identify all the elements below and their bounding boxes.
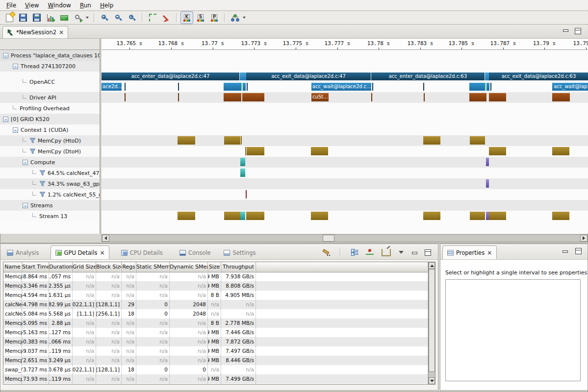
timeline-interval[interactable]	[178, 93, 179, 101]
gpu-table-row[interactable]: swap_63173.727 ms50.678 µs[1022,1,1][128…	[3, 365, 428, 374]
timeline-row-memcpy-htod[interactable]	[102, 135, 588, 146]
timeline-interval[interactable]	[246, 190, 247, 198]
tree-row-streams[interactable]: -Streams	[0, 200, 100, 211]
timeline-interval[interactable]	[423, 136, 440, 145]
timeline-row-openacc-wait[interactable]: ace2d....acc_wait@laplace2d.c...acc_wait…	[102, 82, 588, 92]
gpu-table-row[interactable]: Memcpy155.163 ms1.127 msn/an/an/an/an/a9…	[3, 328, 428, 337]
gpu-table-row[interactable]: Memcpy155.095 ms2.88 µsn/an/an/an/an/a8 …	[3, 318, 428, 328]
timeline-interval[interactable]	[241, 83, 242, 91]
timeline-row-openacc-data[interactable]: acc_enter_data@laplace2d.c:47acc_exit_da…	[102, 72, 588, 82]
collapse-icon[interactable]: -	[23, 160, 28, 165]
timeline-row-grid-k520[interactable]	[102, 114, 588, 124]
tree-row-stream-13[interactable]: Stream 13	[0, 211, 100, 221]
free-marker-button[interactable]	[146, 11, 159, 24]
collapse-icon[interactable]: -	[13, 64, 18, 69]
timeline-interval-acc-exit-data-laplace2d-c-63[interactable]: acc_exit_data@laplace2d.c:63	[489, 73, 588, 80]
timeline-interval[interactable]	[247, 83, 248, 91]
timeline-interval-ace2d-[interactable]: ace2d....	[102, 83, 122, 91]
timeline-row-kernel-swap63[interactable]	[102, 178, 588, 189]
properties-tab-close-icon[interactable]: ×	[487, 250, 492, 255]
tree-row-kernel-calcnext55[interactable]: 1.2% calcNext_55_g...	[0, 189, 100, 200]
maximize-panel-icon[interactable]	[425, 249, 431, 256]
tree-row-profiling-overhead[interactable]: Profiling Overhead	[0, 103, 100, 114]
session-tab-close-icon[interactable]: ×	[59, 30, 64, 35]
minimize-panel-icon[interactable]	[411, 250, 417, 255]
gpu-table-row[interactable]: Memcpy160.383 ms1.066 msn/an/an/an/an/a9…	[3, 337, 428, 346]
menu-view[interactable]: View	[21, 1, 43, 10]
timeline-row-streams[interactable]	[102, 200, 588, 211]
timeline-interval[interactable]	[486, 83, 489, 91]
unguided-analysis-dropdown[interactable]	[243, 17, 246, 19]
timeline-interval[interactable]	[552, 147, 569, 155]
timeline-interval[interactable]	[242, 93, 264, 101]
timeline-row-compute[interactable]	[102, 157, 588, 168]
scroll-down-button[interactable]	[429, 377, 435, 384]
maximize-properties-icon[interactable]	[575, 248, 582, 254]
timeline-row-thread[interactable]	[102, 61, 588, 72]
gpu-table-row[interactable]: Memcpy153.346 ms62.355 µsn/an/an/an/an/a…	[3, 281, 428, 291]
gpu-table-row[interactable]: Memcpy172.651 ms93.249 µsn/an/an/an/an/a…	[3, 356, 428, 365]
column-header-throughput[interactable]: Throughput	[221, 262, 256, 272]
tree-row-grid-k520[interactable]: -[0] GRID K520	[0, 114, 100, 124]
timeline-row-process[interactable]	[102, 50, 588, 61]
column-header-name[interactable]: Name	[3, 262, 22, 272]
timeline-interval[interactable]	[247, 147, 264, 155]
view-menu-icon[interactable]	[399, 251, 404, 254]
timeline-interval[interactable]	[224, 83, 241, 91]
timeline-row-context-1[interactable]	[102, 124, 588, 135]
menu-help[interactable]: Help	[96, 1, 118, 10]
timeline-interval[interactable]	[485, 83, 486, 91]
timeline-interval[interactable]	[178, 212, 195, 220]
timeline-interval[interactable]	[552, 212, 569, 220]
rename-session-button[interactable]	[58, 11, 71, 24]
timeline-interval[interactable]	[224, 93, 241, 101]
tree-row-memcpy-dtoh[interactable]: MemCpy (DtoH)	[0, 146, 100, 157]
timeline-ruler[interactable]: 13.765 s13.768 s13.77 s13.773 s13.775 s1…	[102, 39, 588, 50]
collapse-icon[interactable]: -	[3, 53, 8, 58]
gpu-table-header[interactable]: NameStart TimeDurationGrid SizeBlock Siz…	[3, 262, 428, 272]
menu-window[interactable]: Window	[44, 1, 76, 10]
color-by-stream-button[interactable]: S	[194, 11, 207, 24]
timeline-interval[interactable]	[245, 147, 246, 155]
scroll-right-button[interactable]	[580, 235, 588, 242]
timeline-scrollbar-thumb[interactable]	[323, 235, 334, 242]
session-tab[interactable]: *NewSession2 ×	[2, 26, 68, 38]
collapse-icon[interactable]: -	[23, 203, 28, 208]
segment-view-icon[interactable]	[351, 249, 358, 256]
column-header-dynamic-smem[interactable]: Dynamic SMem	[170, 262, 208, 272]
timeline-interval[interactable]	[469, 83, 485, 91]
tree-row-context-1[interactable]: -Context 1 (CUDA)	[0, 124, 100, 135]
tab-cpu-details[interactable]: CPU Details	[117, 246, 167, 259]
timeline-interval[interactable]	[243, 83, 246, 91]
column-header-static-smem[interactable]: Static SMem	[136, 262, 170, 272]
timeline-interval-acc-wait-lap[interactable]: acc_wait@lap	[552, 83, 588, 91]
timeline-interval[interactable]	[240, 169, 245, 177]
gpu-table-row[interactable]: calcNext155.084 ms5.568 µs[1,1,1][256,1,…	[3, 309, 428, 318]
maximize-icon[interactable]	[575, 28, 581, 34]
timeline-interval-acc-exit-data-laplace2d-c-47[interactable]: acc_exit_data@laplace2d.c:47	[246, 73, 371, 80]
zoom-in-button[interactable]: +	[98, 11, 111, 24]
timeline-row-profiling-overhead[interactable]	[102, 103, 588, 114]
column-header-start-time[interactable]: Start Time	[22, 262, 49, 272]
timeline-interval[interactable]	[246, 212, 264, 220]
column-header-regs[interactable]: Regs	[122, 262, 136, 272]
column-header-duration[interactable]: Duration	[49, 262, 73, 272]
timeline-interval[interactable]	[224, 212, 240, 220]
timeline-interval[interactable]	[224, 136, 240, 145]
tree-row-kernel-swap63[interactable]: 34.3% swap_63_gpu	[0, 178, 100, 189]
timeline-interval[interactable]	[240, 158, 245, 166]
timeline-interval[interactable]	[424, 93, 425, 101]
source-zoom-button[interactable]	[72, 11, 84, 24]
zoom-fit-button[interactable]: ±	[126, 11, 138, 24]
gpu-table-row[interactable]: Memcpy179.163 ms1.073 msn/an/an/an/an/a9…	[3, 384, 428, 384]
column-header-grid-size[interactable]: Grid Size	[73, 262, 96, 272]
timeline-interval[interactable]	[311, 147, 328, 155]
timeline-interval[interactable]	[240, 73, 246, 80]
timeline-interval-cust-[interactable]: cuSt...	[311, 93, 329, 101]
menu-file[interactable]: File	[2, 1, 21, 10]
gpu-table-row[interactable]: Memcpy148.864 ms1.057 msn/an/an/an/an/a9…	[3, 272, 428, 281]
tree-row-driver-api[interactable]: Driver API	[0, 92, 100, 103]
timeline-horizontal-scrollbar[interactable]	[102, 234, 588, 242]
timeline-row-kernel-calcnext55[interactable]	[102, 189, 588, 200]
scroll-up-button[interactable]	[429, 262, 435, 269]
